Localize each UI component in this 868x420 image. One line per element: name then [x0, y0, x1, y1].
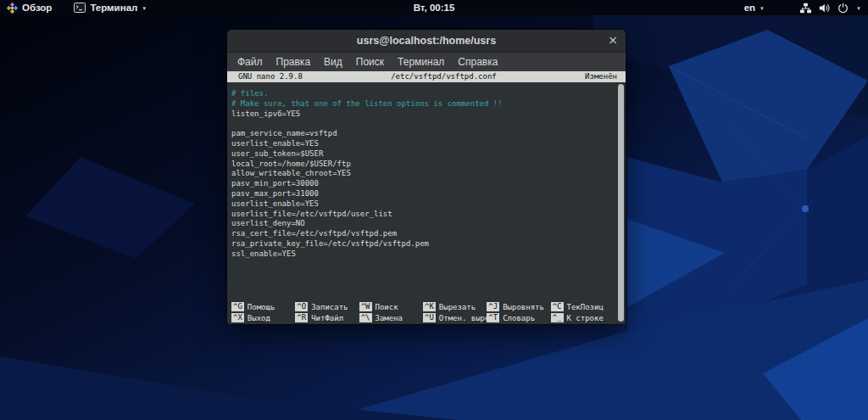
shortcut-label: Выровнять: [503, 303, 544, 311]
nano-modified-status: Изменён: [585, 71, 617, 82]
menu-item-4[interactable]: Терминал: [391, 54, 451, 70]
clock[interactable]: Вт, 00:15: [407, 3, 462, 13]
menu-item-5[interactable]: Справка: [451, 54, 504, 70]
shortcut-^T[interactable]: ^TСловарь: [487, 312, 550, 323]
editor-line: # files.: [231, 89, 615, 99]
chevron-down-icon: ▼: [760, 6, 765, 11]
keyboard-layout-label: en: [744, 3, 755, 13]
shortcut-label: Вырезать: [439, 303, 476, 311]
shortcut-key: ^X: [231, 313, 244, 322]
shortcut-label: Словарь: [503, 314, 535, 322]
menu-item-1[interactable]: Правка: [270, 54, 318, 70]
editor-line: userlist_enable=YES: [231, 139, 615, 149]
scrollbar[interactable]: [617, 84, 624, 322]
shortcut-key: ^_: [551, 313, 564, 322]
distro-logo-icon: [7, 3, 18, 14]
shortcut-key: ^G: [231, 302, 244, 311]
editor-line: userlist_file=/etc/vsftpd/user_list: [231, 210, 615, 220]
editor-line: listen_ipv6=YES: [231, 109, 615, 120]
editor-line: pasv_max_port=31000: [231, 189, 615, 199]
app-menu-terminal[interactable]: Терминал ▼: [67, 0, 153, 15]
nano-shortcuts: ^GПомощь^OЗаписать^WПоиск^KВырезать^JВыр…: [231, 301, 615, 323]
editor-line: rsa_cert_file=/etc/vsftpd/vsftpd.pem: [231, 229, 615, 239]
shortcut-label: Замена: [376, 314, 403, 322]
terminal-view[interactable]: GNU nano 2.9.8 /etc/vsftpd/vsftpd.conf И…: [227, 71, 626, 324]
editor-line: user_sub_token=$USER: [231, 149, 615, 160]
editor-line: # Make sure, that one of the listen opti…: [231, 99, 615, 109]
shortcut-^_[interactable]: ^_К строке: [551, 312, 615, 323]
editor-line: userlist_enable=YES: [231, 199, 615, 210]
shortcut-^W[interactable]: ^WПоиск: [359, 301, 423, 312]
desktop: Обзор Терминал ▼ Вт, 00:15 en ▼: [0, 0, 868, 420]
editor-line: rsa_private_key_file=/etc/vsftpd/vsftpd.…: [231, 239, 615, 249]
editor-line: userlist_deny=NO: [231, 219, 615, 229]
window-titlebar[interactable]: usrs@localhost:/home/usrs ×: [227, 30, 626, 53]
top-bar: Обзор Терминал ▼ Вт, 00:15 en ▼: [0, 0, 868, 15]
menu-bar: ФайлПравкаВидПоискТерминалСправка: [227, 53, 626, 71]
activities-label: Обзор: [22, 3, 52, 13]
shortcut-key: ^\: [359, 313, 372, 322]
shortcut-key: ^W: [359, 302, 372, 311]
shortcut-label: Отмен. выре: [439, 314, 487, 322]
shortcut-key: ^O: [295, 302, 308, 311]
chevron-down-icon: ▼: [856, 6, 861, 11]
editor-content[interactable]: # files.# Make sure, that one of the lis…: [227, 82, 615, 301]
editor-line: pasv_min_port=30000: [231, 179, 615, 189]
editor-line: pam_service_name=vsftpd: [231, 129, 615, 139]
system-menu[interactable]: ▼: [793, 3, 868, 14]
editor-line: [231, 119, 615, 129]
nano-filename: /etc/vsftpd/vsftpd.conf: [303, 71, 585, 82]
shortcut-key: ^U: [423, 313, 436, 322]
shortcut-key: ^R: [295, 313, 308, 322]
shortcut-key: ^K: [423, 302, 436, 311]
shortcut-label: К строке: [567, 314, 604, 322]
network-icon: [800, 3, 811, 14]
menu-item-0[interactable]: Файл: [231, 54, 270, 70]
shortcut-^O[interactable]: ^OЗаписать: [295, 301, 359, 312]
shortcut-^J[interactable]: ^JВыровнять: [487, 301, 550, 312]
power-icon: [837, 3, 849, 14]
shortcut-^R[interactable]: ^RЧитФайл: [295, 312, 359, 323]
window-title: usrs@localhost:/home/usrs: [357, 35, 496, 47]
shortcut-key: ^C: [551, 302, 564, 311]
editor-line: ssl_enable=YES: [231, 249, 615, 260]
volume-icon: [819, 3, 830, 14]
editor-line: allow_writeable_chroot=YES: [231, 169, 615, 179]
app-menu-label: Терминал: [90, 3, 137, 13]
shortcut-label: Выход: [248, 314, 270, 322]
shortcut-label: Поиск: [376, 303, 398, 311]
shortcut-label: Записать: [311, 303, 348, 311]
shortcut-label: Помощь: [248, 303, 275, 311]
shortcut-^\[interactable]: ^\Замена: [359, 312, 423, 323]
nano-version: GNU nano 2.9.8: [238, 71, 303, 82]
shortcut-^U[interactable]: ^UОтмен. выре: [423, 312, 487, 323]
shortcut-label: ЧитФайл: [311, 314, 343, 322]
menu-item-3[interactable]: Поиск: [349, 54, 391, 70]
chevron-down-icon: ▼: [142, 6, 147, 11]
terminal-window: usrs@localhost:/home/usrs × ФайлПравкаВи…: [227, 30, 626, 324]
shortcut-key: ^J: [487, 302, 499, 311]
nano-header: GNU nano 2.9.8 /etc/vsftpd/vsftpd.conf И…: [227, 71, 626, 82]
shortcut-^G[interactable]: ^GПомощь: [231, 301, 295, 312]
keyboard-layout-button[interactable]: en ▼: [737, 3, 771, 13]
shortcut-key: ^T: [487, 313, 499, 322]
shortcut-label: ТекПозиц: [567, 303, 604, 311]
close-icon[interactable]: ×: [608, 34, 618, 46]
shortcut-^X[interactable]: ^XВыход: [231, 312, 295, 323]
menu-item-2[interactable]: Вид: [317, 54, 349, 70]
shortcut-^C[interactable]: ^CТекПозиц: [551, 301, 615, 312]
shortcut-^K[interactable]: ^KВырезать: [423, 301, 487, 312]
terminal-app-icon: [74, 3, 86, 13]
activities-button[interactable]: Обзор: [0, 0, 58, 15]
scrollbar-thumb[interactable]: [618, 84, 624, 322]
editor-line: local_root=/home/$USER/ftp: [231, 160, 615, 170]
